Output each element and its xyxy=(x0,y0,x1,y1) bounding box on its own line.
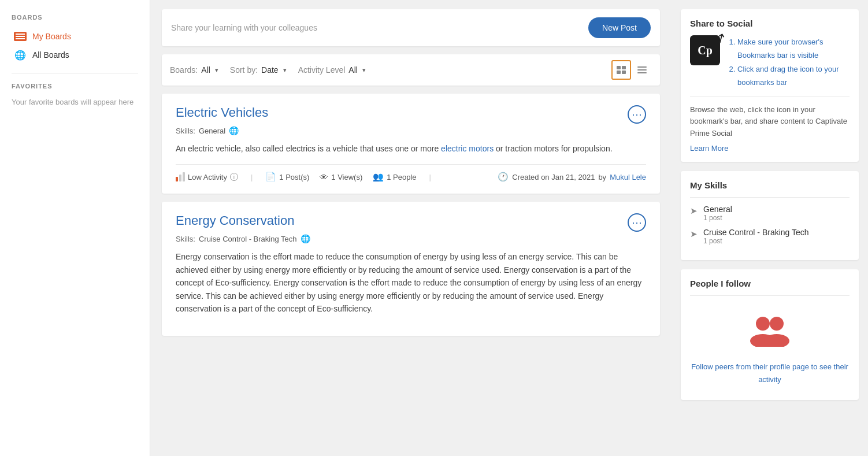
share-divider xyxy=(690,97,850,97)
svg-rect-5 xyxy=(637,69,647,71)
my-boards-icon xyxy=(14,31,27,42)
view-toggle xyxy=(611,60,652,80)
sort-filter-value: Date xyxy=(261,65,279,75)
favorites-empty-text: Your favorite boards will appear here xyxy=(12,97,138,108)
share-to-social-title: Share to Social xyxy=(690,18,850,28)
posts-count-item: 📄 1 Post(s) xyxy=(265,172,309,182)
created-by-label: by xyxy=(598,173,606,181)
people-divider xyxy=(690,295,850,296)
svg-rect-6 xyxy=(637,72,647,73)
share-step-1: Make sure your browser's Bookmarks bar i… xyxy=(737,35,850,62)
board-divider-ev xyxy=(176,164,646,165)
share-step-2: Click and drag the icon to your bookmark… xyxy=(737,62,850,90)
learn-more-link[interactable]: Learn More xyxy=(690,144,728,153)
new-post-bar: Share your learning with your colleagues… xyxy=(162,9,660,46)
boards-filter-value: All xyxy=(201,65,210,75)
board-meta-ev: Low Activity i | 📄 1 Post(s) 👁 1 View(s)… xyxy=(176,172,646,182)
activity-bar-icon xyxy=(176,172,185,181)
globe-icon: 🌐 xyxy=(14,50,27,60)
share-social-content: Cp ↗ Make sure your browser's Bookmarks … xyxy=(690,35,850,90)
my-skills-section: My Skills ➤ General 1 post ➤ Cruise Cont… xyxy=(681,171,859,260)
share-to-social-section: Share to Social Cp ↗ Make sure your brow… xyxy=(681,9,859,162)
views-count-label: 1 View(s) xyxy=(331,173,362,181)
skill-posts-1: 1 post xyxy=(703,237,809,245)
svg-rect-3 xyxy=(622,71,626,74)
sidebar-item-all-boards[interactable]: 🌐 All Boards xyxy=(12,46,138,64)
board-description-ev: An electric vehicle, also called electri… xyxy=(176,142,646,155)
sort-chevron-icon: ▾ xyxy=(283,66,287,74)
boards-chevron-icon: ▾ xyxy=(215,66,218,74)
board-card-electric-vehicles: Electric Vehicles ⋯ Skills: General 🌐 An… xyxy=(162,94,660,194)
views-count-item: 👁 1 View(s) xyxy=(320,172,362,182)
activity-level-label: Low Activity xyxy=(188,173,227,181)
board-title-electric-vehicles[interactable]: Electric Vehicles xyxy=(176,105,268,120)
activity-chevron-icon: ▾ xyxy=(362,66,366,74)
board-skills-ec: Skills: Cruise Control - Braking Tech 🌐 xyxy=(176,234,646,243)
new-post-button[interactable]: New Post xyxy=(588,17,651,38)
activity-filter-value: All xyxy=(348,65,358,75)
share-icon-area: Cp ↗ xyxy=(690,35,720,90)
board-card-header: Electric Vehicles ⋯ xyxy=(176,105,646,124)
people-count-item: 👥 1 People xyxy=(373,172,416,182)
skill-title-0: General xyxy=(703,205,732,214)
grid-view-button[interactable] xyxy=(632,60,652,80)
board-title-energy-conservation[interactable]: Energy Conservation xyxy=(176,213,294,228)
electric-motors-link[interactable]: electric motors xyxy=(441,144,494,153)
share-description: Browse the web, click the icon in your b… xyxy=(690,104,850,140)
svg-rect-4 xyxy=(637,66,647,68)
boards-filter[interactable]: Boards: All ▾ xyxy=(170,65,218,75)
people-i-follow-title: People I follow xyxy=(690,279,850,288)
views-icon: 👁 xyxy=(320,172,328,182)
svg-rect-1 xyxy=(622,66,626,69)
board-globe-icon-ev: 🌐 xyxy=(229,126,239,135)
activity-filter-label: Activity Level xyxy=(298,65,346,75)
list-view-button[interactable] xyxy=(611,60,631,80)
more-options-button-ev[interactable]: ⋯ xyxy=(628,105,646,124)
skill-name-ev: General xyxy=(199,127,225,135)
skills-divider xyxy=(690,197,850,198)
sidebar-item-my-boards[interactable]: My Boards xyxy=(12,28,138,45)
right-sidebar: Share to Social Cp ↗ Make sure your brow… xyxy=(672,0,868,456)
boards-filter-label: Boards: xyxy=(170,65,198,75)
main-content: Share your learning with your colleagues… xyxy=(150,0,672,456)
boards-section-title: BOARDS xyxy=(12,14,138,21)
skill-info-1: Cruise Control - Braking Tech 1 post xyxy=(703,228,809,245)
more-options-button-ec[interactable]: ⋯ xyxy=(628,213,646,232)
created-date-label: Created on Jan 21, 2021 xyxy=(512,173,595,181)
activity-info-icon[interactable]: i xyxy=(230,173,238,181)
posts-icon: 📄 xyxy=(265,172,276,182)
board-card-energy-conservation: Energy Conservation ⋯ Skills: Cruise Con… xyxy=(162,202,660,336)
left-sidebar: BOARDS My Boards 🌐 All Boards FAVORITES … xyxy=(0,0,150,456)
share-steps: Make sure your browser's Bookmarks bar i… xyxy=(728,35,850,90)
people-follow-icon xyxy=(690,312,850,354)
people-follow-empty: Follow peers from their profile page to … xyxy=(690,303,850,391)
new-post-placeholder: Share your learning with your colleagues xyxy=(171,23,317,32)
sort-filter[interactable]: Sort by: Date ▾ xyxy=(230,65,287,75)
sort-filter-label: Sort by: xyxy=(230,65,258,75)
my-skills-title: My Skills xyxy=(690,180,850,190)
skill-entry-0: ➤ General 1 post xyxy=(690,205,850,222)
board-card-header-ec: Energy Conservation ⋯ xyxy=(176,213,646,232)
author-link-ev[interactable]: Mukul Lele xyxy=(610,173,646,181)
people-follow-text: Follow peers from their profile page to … xyxy=(690,361,850,386)
skill-title-1: Cruise Control - Braking Tech xyxy=(703,228,809,237)
svg-point-8 xyxy=(770,317,784,331)
clock-icon: 🕐 xyxy=(498,172,509,182)
posts-count-label: 1 Post(s) xyxy=(279,173,309,181)
filter-bar: Boards: All ▾ Sort by: Date ▾ Activity L… xyxy=(162,54,660,86)
board-description-ec: Energy conservation is the effort made t… xyxy=(176,250,646,315)
skill-arrow-icon-0: ➤ xyxy=(690,206,698,216)
people-count-label: 1 People xyxy=(387,173,416,181)
people-icon: 👥 xyxy=(373,172,384,182)
list-view-icon xyxy=(615,64,627,76)
sidebar-divider xyxy=(12,73,138,73)
grid-view-icon xyxy=(636,64,648,76)
skills-prefix-ec: Skills: xyxy=(176,235,195,243)
activity-filter[interactable]: Activity Level All ▾ xyxy=(298,65,366,75)
people-i-follow-section: People I follow Follow peers from their … xyxy=(681,269,859,400)
activity-level-item: Low Activity i xyxy=(176,172,238,181)
skills-prefix-ev: Skills: xyxy=(176,127,195,135)
meta-separator-1: | xyxy=(251,173,253,181)
skill-info-0: General 1 post xyxy=(703,205,732,222)
my-boards-label: My Boards xyxy=(32,32,71,41)
